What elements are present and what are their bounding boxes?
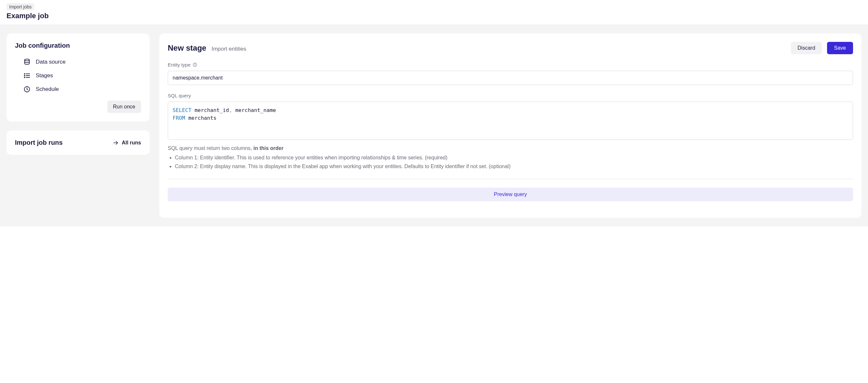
- config-item-label: Schedule: [36, 86, 59, 93]
- config-item-schedule[interactable]: Schedule: [15, 82, 141, 96]
- all-runs-link[interactable]: All runs: [113, 140, 141, 146]
- config-item-stages[interactable]: Stages: [15, 69, 141, 82]
- database-icon: [23, 59, 31, 66]
- svg-point-4: [24, 73, 25, 74]
- help-circle-icon[interactable]: [192, 62, 197, 67]
- svg-point-0: [25, 59, 30, 61]
- config-item-label: Stages: [36, 72, 53, 79]
- svg-point-10: [195, 66, 195, 66]
- entity-type-label: Entity type: [168, 62, 853, 68]
- save-button[interactable]: Save: [827, 42, 853, 54]
- all-runs-label: All runs: [122, 140, 141, 146]
- stage-header: New stage Import entities Discard Save: [168, 42, 853, 54]
- sql-query-label: SQL query: [168, 93, 853, 98]
- run-once-button[interactable]: Run once: [107, 101, 142, 113]
- stage-title: New stage: [168, 43, 207, 53]
- breadcrumb[interactable]: Import jobs: [6, 3, 34, 10]
- config-item-data-source[interactable]: Data source: [15, 55, 141, 69]
- entity-type-input[interactable]: [168, 71, 853, 85]
- help-item: Column 1: Entity identifier. This is use…: [175, 154, 853, 162]
- help-item: Column 2: Entity display name. This is d…: [175, 163, 853, 171]
- discard-button[interactable]: Discard: [791, 42, 822, 54]
- import-runs-card: Import job runs All runs: [6, 131, 150, 155]
- page-header: Import jobs Example job: [0, 0, 868, 25]
- page-title: Example job: [6, 12, 862, 20]
- list-icon: [23, 72, 31, 79]
- content-area: Job configuration Data source: [0, 25, 868, 226]
- arrow-right-icon: [113, 140, 119, 146]
- clock-icon: [23, 86, 31, 93]
- job-config-title: Job configuration: [15, 42, 141, 49]
- stage-editor-card: New stage Import entities Discard Save E…: [159, 33, 862, 218]
- entity-type-label-text: Entity type: [168, 62, 190, 68]
- left-column: Job configuration Data source: [6, 33, 150, 218]
- import-runs-title: Import job runs: [15, 139, 63, 146]
- job-config-card: Job configuration Data source: [6, 33, 150, 121]
- sql-help-text: SQL query must return two columns, in th…: [168, 144, 853, 170]
- svg-point-6: [24, 77, 25, 77]
- svg-point-5: [24, 75, 25, 76]
- preview-query-button[interactable]: Preview query: [168, 187, 853, 201]
- sql-query-editor[interactable]: SELECT merchant_id, merchant_name FROM m…: [168, 102, 853, 140]
- stage-subtitle: Import entities: [212, 46, 246, 52]
- config-item-label: Data source: [36, 59, 66, 65]
- divider: [168, 179, 853, 179]
